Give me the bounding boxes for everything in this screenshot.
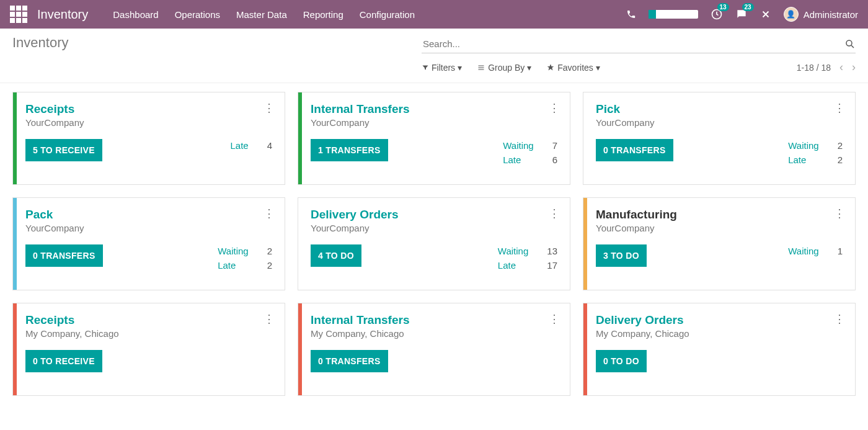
- pager: 1-18 / 18 ‹ ›: [797, 61, 856, 74]
- stat-value: 7: [552, 139, 557, 153]
- card-stats: Waiting1: [788, 244, 843, 259]
- card-menu-icon[interactable]: ⋮: [264, 101, 275, 115]
- card-receipts: ⋮ReceiptsMy Company, Chicago0 To Receive: [12, 303, 285, 396]
- page-title: Inventory: [12, 35, 69, 51]
- card-menu-icon[interactable]: ⋮: [549, 101, 560, 115]
- card-menu-icon[interactable]: ⋮: [834, 207, 845, 220]
- pager-text: 1-18 / 18: [797, 63, 831, 73]
- card-row: 0 To Do: [596, 350, 843, 372]
- apps-menu-icon[interactable]: [10, 6, 27, 23]
- phone-icon[interactable]: [626, 9, 636, 19]
- stat-label[interactable]: Waiting: [788, 139, 818, 153]
- search-icon[interactable]: [844, 38, 856, 50]
- stat-label[interactable]: Waiting: [218, 244, 248, 259]
- card-pick: ⋮PickYourCompany0 TransfersWaitingLate22: [583, 92, 856, 185]
- card-stats: WaitingLate22: [788, 139, 843, 167]
- card-title[interactable]: Delivery Orders: [596, 313, 843, 327]
- stat-value: 6: [552, 153, 557, 168]
- nav-reporting[interactable]: Reporting: [303, 9, 343, 20]
- stat-label[interactable]: Waiting: [503, 139, 533, 153]
- card-company: My Company, Chicago: [596, 328, 843, 339]
- card-company: YourCompany: [311, 223, 557, 233]
- card-stats: WaitingLate1317: [498, 244, 557, 272]
- card-company: My Company, Chicago: [311, 328, 557, 339]
- card-action-button[interactable]: 3 To Do: [596, 244, 647, 267]
- pager-next[interactable]: ›: [852, 61, 856, 74]
- card-row: 5 To ReceiveLate4: [25, 139, 272, 161]
- card-title[interactable]: Internal Transfers: [311, 313, 557, 327]
- nav-operations[interactable]: Operations: [175, 9, 220, 20]
- card-row: 1 TransfersWaitingLate76: [311, 139, 557, 167]
- card-stripe: [583, 198, 587, 290]
- cards-grid: ⋮ReceiptsYourCompany5 To ReceiveLate4⋮In…: [12, 92, 856, 396]
- stat-label[interactable]: Waiting: [498, 244, 528, 259]
- card-title[interactable]: Manufacturing: [596, 208, 843, 222]
- stat-label[interactable]: Late: [788, 153, 818, 168]
- card-row: 0 Transfers: [311, 350, 557, 372]
- activities-icon[interactable]: 13: [711, 8, 723, 20]
- card-row: 0 To Receive: [25, 350, 272, 372]
- card-menu-icon[interactable]: ⋮: [834, 312, 845, 326]
- caret-down-icon: ▾: [527, 63, 531, 73]
- card-action-button[interactable]: 0 Transfers: [311, 350, 388, 372]
- card-action-button[interactable]: 1 Transfers: [311, 139, 388, 161]
- svg-point-1: [846, 40, 852, 46]
- card-row: 0 TransfersWaitingLate22: [25, 244, 272, 272]
- tools-icon[interactable]: [760, 9, 771, 20]
- nav-master-data[interactable]: Master Data: [236, 9, 287, 20]
- activities-badge: 13: [717, 3, 729, 11]
- user-menu[interactable]: 👤 Administrator: [784, 7, 858, 22]
- nav-dashboard[interactable]: Dashboard: [113, 9, 158, 20]
- filter-bar: Filters ▾ Group By ▾ Favorites ▾ 1-18 / …: [422, 61, 856, 74]
- card-stripe: [13, 303, 17, 395]
- card-stripe: [298, 92, 302, 184]
- content: ⋮ReceiptsYourCompany5 To ReceiveLate4⋮In…: [0, 83, 868, 405]
- stat-label[interactable]: Late: [218, 259, 248, 273]
- card-stats: WaitingLate76: [503, 139, 557, 167]
- card-action-button[interactable]: 0 Transfers: [25, 244, 103, 267]
- card-action-button[interactable]: 0 To Receive: [25, 350, 102, 372]
- stat-value: 2: [838, 153, 843, 168]
- discuss-icon[interactable]: 23: [735, 8, 748, 20]
- progress-bar[interactable]: [649, 10, 698, 19]
- stat-label[interactable]: Late: [230, 139, 248, 153]
- card-menu-icon[interactable]: ⋮: [264, 207, 275, 220]
- card-company: My Company, Chicago: [25, 328, 272, 339]
- stat-value: 4: [267, 139, 272, 153]
- nav-configuration[interactable]: Configuration: [360, 9, 415, 20]
- card-title[interactable]: Receipts: [25, 313, 272, 327]
- card-delivery-orders: ⋮Delivery OrdersMy Company, Chicago0 To …: [583, 303, 856, 396]
- card-stripe: [583, 303, 587, 395]
- card-delivery-orders: ⋮Delivery OrdersYourCompany4 To DoWaitin…: [298, 197, 570, 290]
- card-title[interactable]: Delivery Orders: [311, 208, 557, 222]
- card-title[interactable]: Pack: [25, 208, 272, 222]
- card-menu-icon[interactable]: ⋮: [264, 312, 275, 326]
- groupby-dropdown[interactable]: Group By ▾: [477, 63, 531, 73]
- card-menu-icon[interactable]: ⋮: [549, 207, 560, 220]
- stat-label[interactable]: Late: [498, 259, 528, 273]
- card-title[interactable]: Pick: [596, 102, 843, 116]
- stat-label[interactable]: Late: [503, 153, 533, 168]
- stat-label[interactable]: Waiting: [788, 244, 818, 259]
- discuss-badge: 23: [742, 3, 754, 11]
- card-action-button[interactable]: 0 Transfers: [596, 139, 673, 161]
- card-company: YourCompany: [596, 223, 843, 233]
- card-stripe: [298, 198, 302, 290]
- card-menu-icon[interactable]: ⋮: [834, 101, 845, 115]
- card-internal-transfers: ⋮Internal TransfersYourCompany1 Transfer…: [298, 92, 570, 185]
- card-stripe: [13, 198, 17, 290]
- card-action-button[interactable]: 5 To Receive: [25, 139, 102, 161]
- card-action-button[interactable]: 4 To Do: [311, 244, 361, 267]
- search-input[interactable]: [422, 36, 844, 52]
- card-stripe: [583, 92, 587, 184]
- card-row: 3 To DoWaiting1: [596, 244, 843, 267]
- favorites-dropdown[interactable]: Favorites ▾: [546, 63, 600, 73]
- pager-prev[interactable]: ‹: [839, 61, 843, 74]
- stat-value: 17: [547, 259, 557, 273]
- card-stripe: [298, 303, 302, 395]
- filters-dropdown[interactable]: Filters ▾: [422, 63, 462, 73]
- card-title[interactable]: Internal Transfers: [311, 102, 557, 116]
- card-action-button[interactable]: 0 To Do: [596, 350, 647, 372]
- card-menu-icon[interactable]: ⋮: [549, 312, 560, 326]
- card-title[interactable]: Receipts: [25, 102, 272, 116]
